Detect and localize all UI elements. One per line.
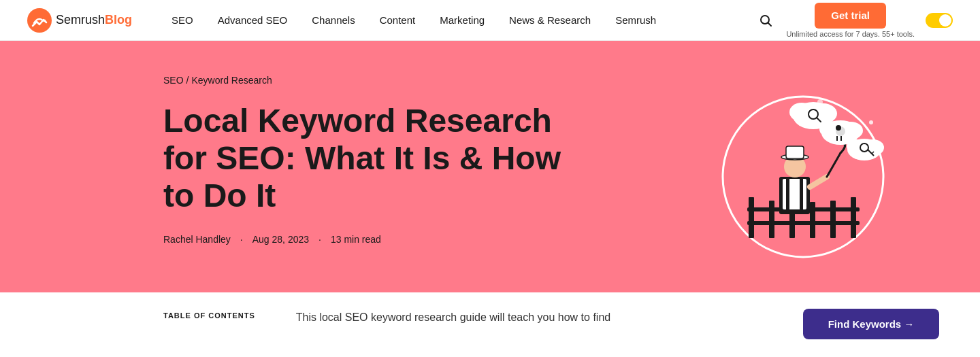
svg-rect-9 xyxy=(851,197,856,238)
breadcrumb-separator: / xyxy=(186,75,189,86)
article-read-time: 13 min read xyxy=(331,234,381,245)
toggle-switch[interactable] xyxy=(926,13,953,28)
logo-link[interactable]: SemrushBlog xyxy=(27,8,132,33)
nav-item-news-research[interactable]: News & Research xyxy=(497,0,603,41)
toc-label: TABLE OF CONTENTS xyxy=(163,309,255,320)
svg-point-25 xyxy=(836,125,841,131)
intro-text: This local SEO keyword research guide wi… xyxy=(296,309,610,326)
article-author: Rachel Handley xyxy=(163,234,231,245)
nav-item-marketing[interactable]: Marketing xyxy=(427,0,497,41)
svg-rect-11 xyxy=(747,221,860,225)
hero-section: SEO / Keyword Research Local Keyword Res… xyxy=(0,41,980,292)
svg-rect-7 xyxy=(810,202,815,238)
breadcrumb-current: Keyword Research xyxy=(191,75,272,86)
bottom-strip: TABLE OF CONTENTS This local SEO keyword… xyxy=(0,292,980,356)
svg-rect-18 xyxy=(786,146,804,158)
trial-subtitle: Unlimited access for 7 days. 55+ tools. xyxy=(786,30,915,38)
svg-rect-4 xyxy=(749,197,754,238)
article-date: Aug 28, 2023 xyxy=(252,234,309,245)
nav-right: Get trial Unlimited access for 7 days. 5… xyxy=(756,3,953,38)
meta-separator-2: · xyxy=(318,234,321,245)
toggle-knob xyxy=(939,14,951,27)
svg-rect-5 xyxy=(769,201,774,238)
trial-wrapper: Get trial Unlimited access for 7 days. 5… xyxy=(786,3,915,38)
svg-point-39 xyxy=(869,120,873,124)
svg-line-20 xyxy=(827,153,840,177)
svg-line-19 xyxy=(810,177,827,187)
get-trial-button[interactable]: Get trial xyxy=(815,3,886,29)
search-icon xyxy=(759,14,772,27)
svg-point-30 xyxy=(862,139,884,156)
nav-item-channels[interactable]: Channels xyxy=(299,0,367,41)
nav-item-advanced-seo[interactable]: Advanced SEO xyxy=(206,0,300,41)
svg-point-36 xyxy=(810,103,837,124)
svg-point-40 xyxy=(817,99,823,105)
breadcrumb: SEO / Keyword Research xyxy=(163,75,585,86)
article-meta: Rachel Handley · Aug 28, 2023 · 13 min r… xyxy=(163,234,585,245)
svg-point-0 xyxy=(27,8,52,33)
nav-item-content[interactable]: Content xyxy=(368,0,428,41)
breadcrumb-seo-link[interactable]: SEO xyxy=(163,75,184,86)
meta-separator-1: · xyxy=(240,234,243,245)
hero-svg xyxy=(708,71,898,262)
semrush-logo-icon xyxy=(27,8,52,33)
find-keywords-button[interactable]: Find Keywords → xyxy=(803,309,939,339)
navbar: SemrushBlog SEO Advanced SEO Channels Co… xyxy=(0,0,980,41)
hero-illustration xyxy=(708,71,898,262)
hero-content: SEO / Keyword Research Local Keyword Res… xyxy=(163,75,585,245)
nav-item-seo[interactable]: SEO xyxy=(159,0,206,41)
svg-rect-14 xyxy=(786,177,789,212)
svg-rect-15 xyxy=(800,177,803,212)
logo-text: SemrushBlog xyxy=(56,13,132,27)
nav-links: SEO Advanced SEO Channels Content Market… xyxy=(159,0,756,41)
nav-item-semrush[interactable]: Semrush xyxy=(603,0,668,41)
article-title: Local Keyword Research for SEO: What It … xyxy=(163,102,585,215)
search-button[interactable] xyxy=(756,11,775,30)
svg-line-2 xyxy=(768,22,772,26)
svg-rect-8 xyxy=(830,201,836,238)
